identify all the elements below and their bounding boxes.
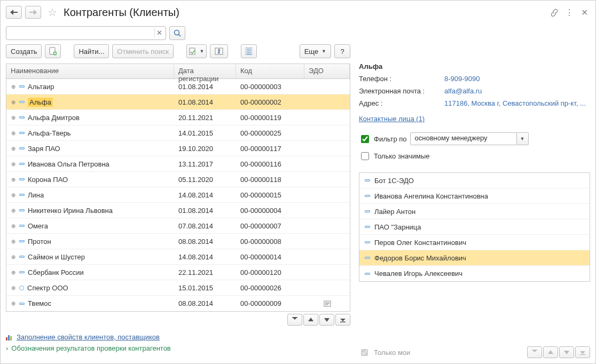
expand-icon[interactable]: ⊕: [11, 270, 16, 275]
filter-select[interactable]: основному менеджеру: [410, 132, 517, 145]
titlebar: ☆ Контрагенты (Клиенты) ⋮ ✕: [6, 4, 590, 21]
expand-icon[interactable]: ⊕: [11, 161, 16, 167]
table-row[interactable]: ⊕Протон08.08.201400-00000008: [6, 234, 350, 249]
footer-link-check-results[interactable]: › Обозначения результатов проверки контр…: [6, 344, 350, 352]
row-code: 00-00000015: [236, 191, 304, 199]
row-marker-icon: [19, 240, 25, 242]
grid-body: ⊕Альтаир01.08.201400-00000003⊕Альфа01.08…: [6, 79, 350, 311]
exchange-button[interactable]: [210, 44, 228, 58]
table-row[interactable]: ⊕Альфа Дмитров20.11.202100-00000119: [6, 110, 350, 125]
table-row[interactable]: ⊕Твемос08.08.201400-00000009: [6, 296, 350, 311]
bar-chart-icon: [6, 334, 13, 341]
table-row[interactable]: ⊕Альфа01.08.201400-00000002: [6, 94, 350, 110]
right-footer: Только мои: [359, 343, 590, 358]
expand-icon[interactable]: ⊕: [11, 146, 16, 152]
grid-nav-last[interactable]: [335, 314, 350, 326]
table-row[interactable]: ⊕Спектр ООО15.01.201500-00000026: [6, 280, 350, 296]
only-significant-checkbox[interactable]: [361, 152, 369, 160]
search-clear-button[interactable]: ✕: [154, 28, 164, 37]
expand-icon[interactable]: ⊕: [11, 239, 16, 244]
row-name: Твемос: [28, 299, 51, 307]
expand-icon[interactable]: ⊕: [11, 300, 16, 306]
expand-icon[interactable]: ⊕: [11, 192, 16, 198]
manager-name: ПАО "Зарница: [374, 223, 421, 231]
close-icon[interactable]: ✕: [578, 6, 590, 18]
expand-icon[interactable]: ⊕: [11, 254, 16, 260]
expand-icon[interactable]: ⊕: [11, 177, 16, 183]
table-row[interactable]: ⊕Альфа-Тверь14.01.201500-00000025: [6, 125, 350, 141]
table-row[interactable]: ⊕Никитенко Ирина Львовна01.08.201400-000…: [6, 203, 350, 218]
col-header-code[interactable]: Код: [236, 64, 304, 78]
edo-icon: [324, 300, 331, 307]
kebab-menu-icon[interactable]: ⋮: [563, 6, 575, 18]
create-button[interactable]: Создать: [6, 44, 42, 58]
search-button[interactable]: [169, 26, 185, 40]
grid-nav-down[interactable]: [319, 314, 334, 326]
mgr-nav-down[interactable]: [559, 346, 574, 358]
mgr-nav-up[interactable]: [543, 346, 558, 358]
table-row[interactable]: ⊕Корона ПАО05.11.202000-00000118: [6, 172, 350, 187]
list-item[interactable]: ПАО "Зарница: [359, 219, 590, 235]
find-button[interactable]: Найти...: [74, 44, 109, 58]
table-row[interactable]: ⊕Омега07.08.201400-00000007: [6, 218, 350, 234]
footer-link-properties-text[interactable]: Заполнение свойств клиентов, поставщиков: [17, 333, 160, 341]
col-header-date[interactable]: Дата регистрации: [174, 64, 236, 78]
expand-icon[interactable]: ⊕: [11, 115, 16, 121]
cancel-search-button[interactable]: Отменить поиск: [112, 44, 174, 58]
manager-name: Иванова Ангелина Константиновна: [374, 192, 488, 200]
col-header-edo[interactable]: ЭДО: [304, 64, 350, 78]
filter-block: Фильтр по основному менеджеру ▼ Только з…: [359, 132, 590, 167]
row-name: Лина: [28, 191, 44, 199]
expand-icon[interactable]: ⊕: [11, 130, 16, 136]
link-icon[interactable]: [548, 6, 560, 18]
list-item[interactable]: Перов Олег Константинович: [359, 235, 590, 250]
list-item[interactable]: Бот 1С-ЭДО: [359, 173, 590, 188]
filter-by-checkbox[interactable]: [361, 135, 369, 143]
nav-forward-button[interactable]: [25, 6, 41, 19]
list-item[interactable]: Лайер Антон: [359, 204, 590, 219]
table-row[interactable]: ⊕Иванова Ольга Петровна13.11.201700-0000…: [6, 156, 350, 172]
list-view-button[interactable]: [241, 44, 257, 58]
row-marker-icon: [365, 257, 370, 259]
expand-icon[interactable]: ⊕: [11, 285, 16, 291]
favorite-star-icon[interactable]: ☆: [46, 6, 58, 18]
expand-icon[interactable]: ⊕: [11, 84, 16, 90]
row-marker-icon: [19, 85, 25, 88]
table-row[interactable]: ⊕Заря ПАО19.10.202000-00000117: [6, 141, 350, 156]
list-item[interactable]: Федоров Борис Михайлович: [359, 250, 590, 266]
row-marker-icon: [19, 256, 25, 258]
email-value[interactable]: alfa@alfa.ru: [444, 87, 590, 95]
row-name: Заря ПАО: [28, 145, 60, 153]
row-marker-icon: [19, 209, 25, 211]
table-row[interactable]: ⊕Саймон и Шустер14.08.201400-00000014: [6, 249, 350, 265]
grid-navigator: [6, 314, 350, 326]
search-input[interactable]: [6, 26, 166, 40]
contacts-link[interactable]: Контактные лица (1): [359, 115, 590, 123]
footer-link-properties[interactable]: Заполнение свойств клиентов, поставщиков: [6, 333, 350, 341]
svg-line-1: [179, 35, 181, 37]
more-button[interactable]: Еще▼: [300, 44, 331, 58]
row-marker-icon: [365, 241, 370, 243]
list-item[interactable]: Иванова Ангелина Константиновна: [359, 188, 590, 204]
grid-nav-first[interactable]: [287, 314, 302, 326]
svg-rect-17: [340, 322, 346, 323]
mgr-nav-last[interactable]: [575, 346, 590, 358]
filter-select-dropdown-button[interactable]: ▼: [517, 132, 529, 145]
list-item[interactable]: Чевалев Игорь Алексеевич: [359, 266, 590, 281]
help-button[interactable]: ?: [334, 44, 350, 58]
table-row[interactable]: ⊕Сбербанк России22.11.202100-00000120: [6, 265, 350, 280]
create-copy-button[interactable]: [45, 44, 61, 58]
expand-icon[interactable]: ⊕: [11, 99, 16, 105]
expand-icon[interactable]: ⊕: [11, 223, 16, 229]
phone-label: Телефон :: [359, 75, 444, 83]
mgr-navigator: [527, 346, 590, 358]
load-button[interactable]: ▼: [186, 44, 207, 58]
nav-back-button[interactable]: [6, 6, 22, 19]
grid-nav-up[interactable]: [303, 314, 318, 326]
table-row[interactable]: ⊕Лина14.08.201400-00000015: [6, 187, 350, 203]
address-value[interactable]: 117186, Москва г, Севастопольский пр-кт,…: [444, 99, 590, 107]
expand-icon[interactable]: ⊕: [11, 208, 16, 213]
col-header-name[interactable]: Наименование: [6, 64, 174, 78]
mgr-nav-first[interactable]: [527, 346, 542, 358]
phone-value[interactable]: 8-909-9090: [444, 75, 590, 83]
